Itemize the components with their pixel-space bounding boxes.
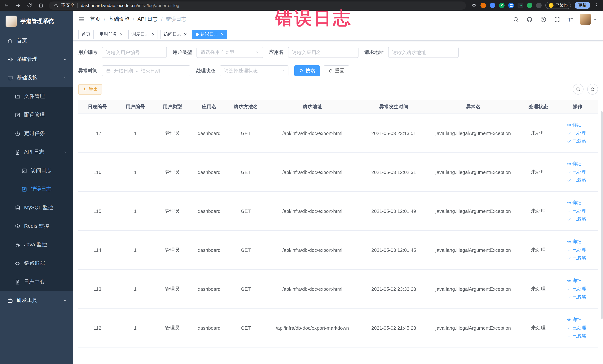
sidebar-item-log-center[interactable]: 日志中心 (0, 273, 73, 291)
sidebar-item-system-mgmt[interactable]: 系统管理 (0, 50, 73, 69)
detail-link[interactable]: 详细 (567, 278, 582, 284)
avatar[interactable] (580, 14, 591, 25)
tab-access-log[interactable]: 访问日志× (160, 29, 190, 39)
check-icon (567, 209, 571, 213)
hamburger-icon[interactable] (73, 16, 90, 23)
sidebar-item-link-trace[interactable]: 链路追踪 (0, 254, 73, 273)
extension-icon-3[interactable]: V (499, 3, 505, 8)
url-text: dashboard.yudao.iocoder.cn/infra/log/api… (81, 3, 179, 8)
breadcrumb-item[interactable]: API 日志 (138, 16, 158, 23)
paused-badge[interactable]: 已暂停 (545, 2, 571, 9)
reset-button[interactable]: 重置 (324, 65, 349, 76)
ignore-link[interactable]: 已忽略 (567, 255, 586, 261)
exception-time-label: 异常时间 (78, 68, 97, 74)
search-button[interactable]: 搜索 (294, 65, 320, 76)
home-icon[interactable] (38, 3, 44, 8)
close-icon[interactable]: × (221, 32, 224, 37)
cell: 2021-05-03 12:01:49 (360, 208, 427, 214)
refresh-button[interactable] (587, 84, 598, 94)
cell: GET (227, 208, 264, 214)
breadcrumb-item[interactable]: 基础设施 (109, 16, 129, 23)
sidebar-item-java-monitor[interactable]: Java 监控 (0, 235, 73, 254)
ignore-link[interactable]: 已忽略 (567, 177, 586, 183)
tab-scheduled-task[interactable]: 定时任务× (96, 29, 126, 39)
fullscreen-icon[interactable] (550, 16, 564, 23)
extension-icon-6[interactable] (527, 3, 532, 8)
sidebar-item-api-log[interactable]: API 日志 (0, 143, 73, 161)
extension-icon-5[interactable]: on (518, 3, 523, 8)
sidebar-item-home[interactable]: 首页 (0, 32, 73, 50)
sidebar-item-redis-monitor[interactable]: Redis 监控 (0, 217, 73, 235)
update-button[interactable]: 更新 (575, 2, 590, 9)
detail-link[interactable]: 详细 (567, 239, 582, 245)
github-icon[interactable] (522, 16, 536, 23)
app-name-input[interactable] (288, 47, 359, 58)
sidebar-item-file-mgmt[interactable]: 文件管理 (0, 87, 73, 106)
sidebar-item-access-log[interactable]: 访问日志 (0, 161, 73, 180)
security-label[interactable]: 不安全 (61, 2, 74, 9)
cell: 1 (117, 247, 154, 253)
detail-link[interactable]: 详细 (567, 200, 582, 206)
detail-link[interactable]: 详细 (567, 317, 582, 323)
check-icon (567, 295, 571, 299)
close-icon[interactable]: × (120, 32, 123, 37)
tab-schedule-log[interactable]: 调度日志× (128, 29, 158, 39)
address-bar[interactable]: 不安全 dashboard.yudao.iocoder.cn/infra/log… (49, 1, 466, 10)
processed-link[interactable]: 已处理 (567, 169, 586, 175)
sidebar-item-dev-tools[interactable]: 研发工具 (0, 291, 73, 310)
ignore-link[interactable]: 已忽略 (567, 216, 586, 222)
sidebar-item-mysql-monitor[interactable]: MySQL 监控 (0, 199, 73, 217)
cell: dashboard (191, 208, 227, 214)
extension-icon-7[interactable] (536, 3, 542, 8)
processed-link[interactable]: 已处理 (567, 208, 586, 214)
ignore-link[interactable]: 已忽略 (567, 138, 586, 144)
check-icon (567, 287, 571, 291)
extension-icon-4[interactable] (508, 3, 514, 8)
url-domain: dashboard.yudao.iocoder.cn (81, 3, 137, 8)
sidebar-item-infrastructure[interactable]: 基础设施 (0, 69, 73, 87)
scrollbar[interactable] (601, 111, 603, 319)
check-icon (567, 326, 571, 330)
browser-menu-icon[interactable] (594, 3, 600, 8)
extension-icon-1[interactable] (480, 3, 486, 8)
font-size-icon[interactable]: TT (564, 16, 577, 23)
breadcrumb-separator: / (104, 16, 105, 22)
processed-link[interactable]: 已处理 (567, 325, 586, 331)
processed-link[interactable]: 已处理 (567, 130, 586, 136)
close-icon[interactable]: × (152, 32, 155, 37)
processed-link[interactable]: 已处理 (567, 286, 586, 292)
user-id-input[interactable] (102, 47, 167, 58)
tab-home[interactable]: 首页 (78, 29, 94, 39)
column-header: 异常发生时间 (360, 104, 427, 110)
forward-icon[interactable] (15, 3, 21, 8)
back-icon[interactable] (4, 3, 9, 8)
reload-icon[interactable] (27, 3, 32, 8)
chevron-down-icon[interactable] (593, 17, 597, 21)
export-button[interactable]: 导出 (78, 84, 102, 94)
cell: 管理员 (154, 169, 191, 176)
search-toggle-button[interactable] (573, 84, 583, 94)
processed-link[interactable]: 已处理 (567, 247, 586, 253)
bookmark-star-icon[interactable] (471, 3, 477, 8)
process-status-select[interactable]: 请选择处理状态 (220, 65, 289, 76)
sidebar-item-config-mgmt[interactable]: 配置管理 (0, 106, 73, 124)
ignore-link[interactable]: 已忽略 (567, 333, 586, 339)
exception-time-range[interactable]: 开始日期 - 结束日期 (102, 65, 190, 76)
tab-error-log[interactable]: 错误日志× (192, 29, 227, 39)
cell: 管理员 (154, 247, 191, 253)
cell: 112 (78, 325, 117, 331)
user-type-select[interactable]: 请选择用户类型 (197, 47, 263, 58)
ignore-link[interactable]: 已忽略 (567, 294, 586, 300)
sidebar-item-scheduled-task[interactable]: 定时任务 (0, 124, 73, 143)
extension-icon-2[interactable] (490, 3, 495, 8)
cell: /api/infra/db-doc/export-html (264, 169, 360, 175)
request-url-input[interactable] (388, 47, 459, 58)
search-icon[interactable] (509, 16, 522, 23)
detail-link[interactable]: 详细 (567, 161, 582, 167)
help-icon[interactable] (536, 16, 550, 23)
close-icon[interactable]: × (184, 32, 187, 37)
detail-link[interactable]: 详细 (567, 122, 582, 128)
sidebar-item-error-log[interactable]: 错误日志 (0, 180, 73, 199)
column-header: 日志编号 (78, 104, 117, 110)
breadcrumb-item[interactable]: 首页 (90, 16, 101, 23)
